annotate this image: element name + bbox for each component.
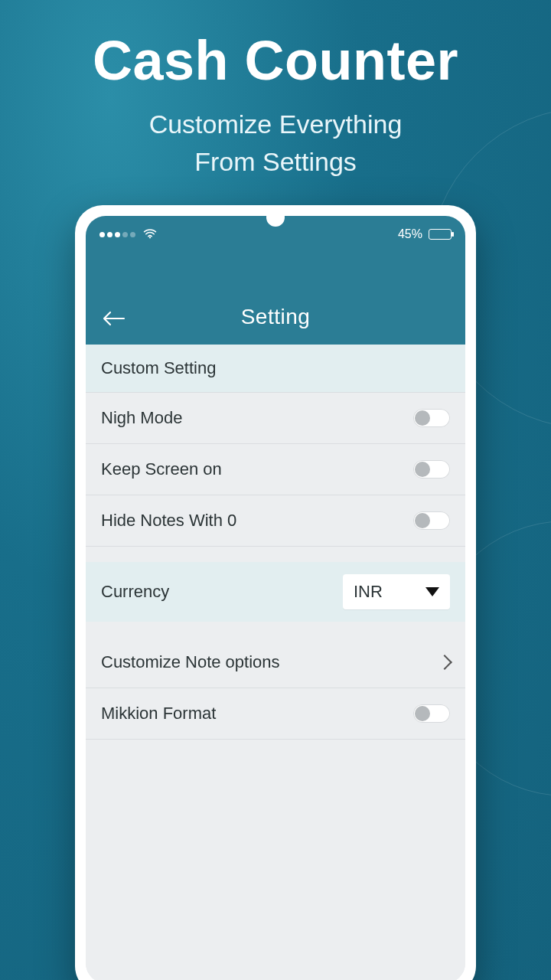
front-camera-dot [266,208,285,227]
row-customize-note-options[interactable]: Customize Note options [86,637,465,688]
label-hide-notes-zero: Hide Notes With 0 [101,511,236,531]
phone-mockup: 45% Setting Custom Setting Nigh Mode [75,205,476,980]
battery-icon [429,229,452,240]
label-keep-screen-on: Keep Screen on [101,459,222,479]
chevron-down-icon [425,587,439,596]
row-hide-notes-zero: Hide Notes With 0 [86,495,465,547]
battery-percent: 45% [398,227,422,241]
row-million-format: Mikkion Format [86,688,465,740]
wifi-icon [143,227,157,241]
spacer [86,547,465,562]
hero-title: Cash Counter [0,29,551,92]
toggle-night-mode[interactable] [413,409,450,427]
label-customize-note-options: Customize Note options [101,652,280,672]
app-header: Setting [86,253,465,345]
label-night-mode: Nigh Mode [101,408,182,428]
currency-selected-value: INR [354,582,383,602]
hero-subtitle-line1: Customize Everything [149,109,403,139]
currency-dropdown[interactable]: INR [343,574,450,609]
toggle-keep-screen-on[interactable] [413,460,450,479]
signal-icon [99,232,135,237]
spacer [86,622,465,637]
section-header-custom-setting: Custom Setting [86,345,465,393]
row-keep-screen-on: Keep Screen on [86,444,465,495]
svg-point-0 [149,237,151,238]
toggle-million-format[interactable] [413,704,450,723]
row-night-mode: Nigh Mode [86,393,465,444]
toggle-hide-notes-zero[interactable] [413,511,450,530]
label-currency: Currency [101,582,169,602]
phone-frame: 45% Setting Custom Setting Nigh Mode [75,205,476,980]
label-million-format: Mikkion Format [101,704,216,724]
empty-area [86,740,465,980]
phone-screen: 45% Setting Custom Setting Nigh Mode [86,216,465,980]
chevron-right-icon [437,655,452,670]
page-title: Setting [241,305,311,329]
row-currency: Currency INR [86,562,465,622]
back-button[interactable] [101,309,126,328]
hero-subtitle-line2: From Settings [194,147,357,176]
